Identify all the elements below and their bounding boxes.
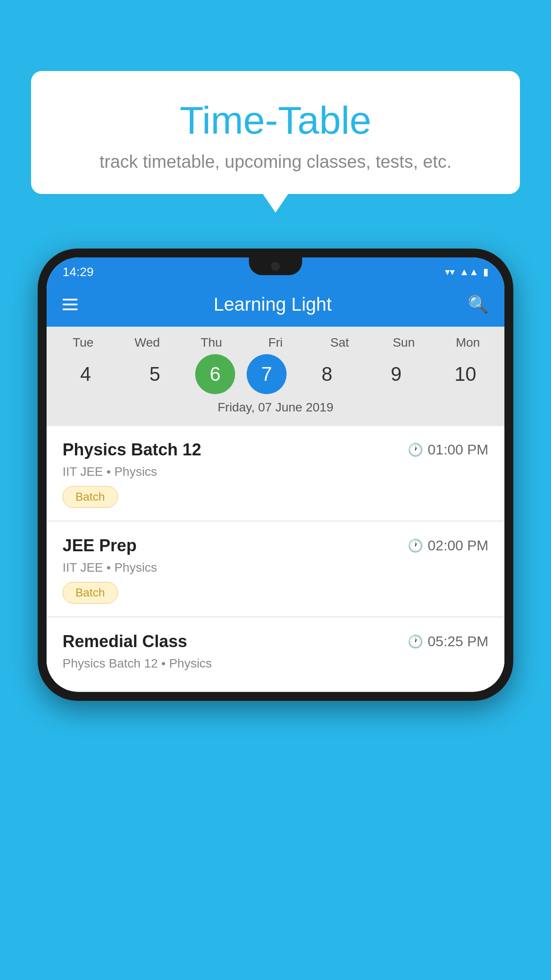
day-header-wed: Wed — [118, 336, 176, 350]
item-2-badge: Batch — [63, 582, 118, 604]
bubble-subtitle: track timetable, upcoming classes, tests… — [53, 152, 498, 172]
day-numbers: 4 5 6 7 8 9 10 — [47, 354, 504, 394]
speech-bubble: Time-Table track timetable, upcoming cla… — [31, 71, 520, 194]
hamburger-menu-button[interactable] — [63, 299, 78, 310]
item-3-title: Remedial Class — [63, 632, 187, 651]
item-2-header: JEE Prep 🕐 02:00 PM — [63, 536, 488, 555]
phone-frame: 14:29 ▾▾ ▲▲ ▮ Learning Light 🔍 — [38, 249, 513, 701]
item-1-meta: IIT JEE • Physics — [63, 465, 488, 479]
day-6-today[interactable]: 6 — [195, 354, 235, 394]
day-header-tue: Tue — [54, 336, 112, 350]
day-8[interactable]: 8 — [298, 354, 356, 394]
day-5[interactable]: 5 — [126, 354, 184, 394]
schedule-list: Physics Batch 12 🕐 01:00 PM IIT JEE • Ph… — [47, 426, 504, 690]
item-3-header: Remedial Class 🕐 05:25 PM — [63, 632, 488, 651]
item-3-time-value: 05:25 PM — [428, 633, 488, 650]
calendar-strip: Tue Wed Thu Fri Sat Sun Mon 4 5 6 7 8 9 … — [47, 327, 504, 426]
clock-icon-2: 🕐 — [408, 538, 423, 553]
day-9[interactable]: 9 — [367, 354, 425, 394]
date-label: Friday, 07 June 2019 — [47, 394, 504, 422]
wifi-icon: ▾▾ — [445, 266, 455, 278]
item-3-meta: Physics Batch 12 • Physics — [63, 656, 488, 671]
item-2-meta: IIT JEE • Physics — [63, 561, 488, 575]
search-button[interactable]: 🔍 — [468, 295, 488, 314]
day-header-sat: Sat — [311, 336, 369, 350]
clock-icon-3: 🕐 — [408, 634, 423, 649]
day-4[interactable]: 4 — [57, 354, 114, 394]
status-time: 14:29 — [63, 265, 94, 279]
day-header-thu: Thu — [182, 336, 240, 350]
schedule-item-3[interactable]: Remedial Class 🕐 05:25 PM Physics Batch … — [47, 618, 504, 690]
app-bar: Learning Light 🔍 — [47, 282, 504, 327]
phone-notch — [249, 257, 302, 275]
day-header-fri: Fri — [247, 336, 304, 350]
item-1-badge: Batch — [63, 486, 118, 508]
day-10[interactable]: 10 — [437, 354, 494, 394]
speech-bubble-container: Time-Table track timetable, upcoming cla… — [31, 71, 520, 194]
phone-mockup: 14:29 ▾▾ ▲▲ ▮ Learning Light 🔍 — [38, 249, 513, 701]
schedule-item-2[interactable]: JEE Prep 🕐 02:00 PM IIT JEE • Physics Ba… — [47, 522, 504, 616]
battery-icon: ▮ — [483, 266, 488, 278]
app-title: Learning Light — [91, 294, 454, 315]
item-1-title: Physics Batch 12 — [63, 440, 201, 459]
item-2-title: JEE Prep — [63, 536, 137, 555]
item-1-time: 🕐 01:00 PM — [408, 442, 488, 458]
item-1-time-value: 01:00 PM — [428, 442, 488, 458]
signal-icon: ▲▲ — [459, 266, 479, 278]
item-3-time: 🕐 05:25 PM — [408, 633, 488, 650]
day-7-selected[interactable]: 7 — [247, 354, 287, 394]
phone-screen: 14:29 ▾▾ ▲▲ ▮ Learning Light 🔍 — [47, 257, 504, 692]
status-icons: ▾▾ ▲▲ ▮ — [445, 266, 488, 278]
item-2-time-value: 02:00 PM — [428, 537, 488, 554]
day-header-sun: Sun — [375, 336, 433, 350]
day-header-mon: Mon — [439, 336, 497, 350]
schedule-item-1[interactable]: Physics Batch 12 🕐 01:00 PM IIT JEE • Ph… — [47, 426, 504, 520]
item-1-header: Physics Batch 12 🕐 01:00 PM — [63, 440, 488, 459]
notch-camera — [271, 262, 280, 271]
bubble-title: Time-Table — [53, 98, 498, 143]
day-headers: Tue Wed Thu Fri Sat Sun Mon — [47, 336, 504, 350]
clock-icon-1: 🕐 — [408, 443, 423, 457]
item-2-time: 🕐 02:00 PM — [408, 537, 488, 554]
